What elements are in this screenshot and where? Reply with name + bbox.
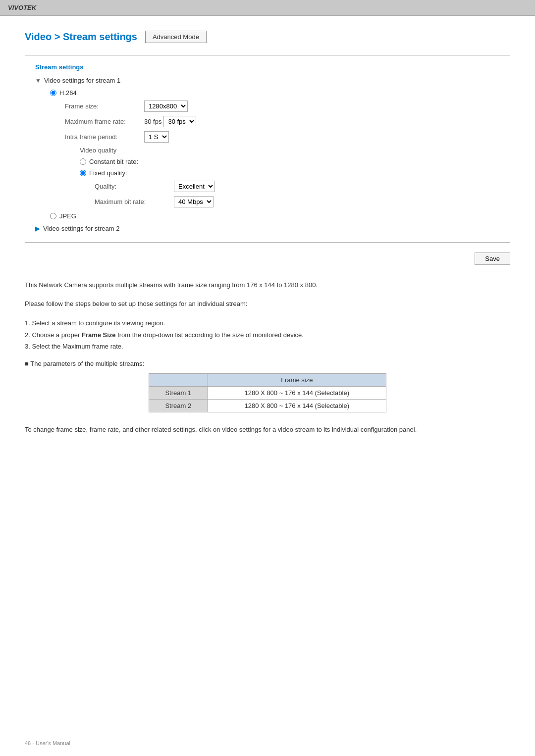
fixed-quality-label: Fixed quality: [89,169,127,177]
steps-intro: Please follow the steps below to set up … [25,299,510,309]
table-col-frame-size: Frame size [208,374,386,387]
bullet-header: ■ The parameters of the multiple streams… [25,360,510,367]
constant-bit-rate-radio[interactable] [80,158,86,165]
save-button[interactable]: Save [475,252,510,265]
quality-row: Quality: Excellent [95,181,500,192]
step2: 2. Choose a proper Frame Size from the d… [25,329,510,341]
stream2-header[interactable]: ▶ Video settings for stream 2 [35,225,500,232]
max-bit-rate-label: Maximum bit rate: [95,198,174,205]
intra-frame-period-select[interactable]: 1 S [144,131,169,143]
stream2-label: Video settings for stream 2 [43,225,119,232]
jpeg-radio-row[interactable]: JPEG [50,212,500,220]
stream2-expand-icon: ▶ [35,225,40,232]
fixed-quality-row[interactable]: Fixed quality: [80,169,500,177]
frame-size-label: Frame size: [65,102,144,110]
max-frame-rate-select[interactable]: 30 fps [163,116,196,127]
streams-table-wrapper: Frame size Stream 11280 X 800 ~ 176 x 14… [149,373,386,412]
quality-label: Quality: [95,183,174,190]
description-line1: This Network Camera supports multiple st… [25,280,510,291]
streams-table: Frame size Stream 11280 X 800 ~ 176 x 14… [149,373,386,412]
step3: 3. Select the Maximum frame rate. [25,341,510,352]
constant-bit-rate-row[interactable]: Constant bit rate: [80,158,500,165]
frame-size-row: Frame size: 1280x800 [65,101,500,112]
frame-size-select[interactable]: 1280x800 [144,101,188,112]
table-stream-label: Stream 1 [149,387,208,400]
bottom-text: To change frame size, frame rate, and ot… [25,424,510,435]
steps-list: 1. Select a stream to configure its view… [25,317,510,352]
stream-settings-title: Stream settings [35,63,500,71]
quality-control[interactable]: Excellent [174,181,215,192]
max-bit-rate-control[interactable]: 40 Mbps [174,196,214,207]
step1: 1. Select a stream to configure its view… [25,317,510,329]
table-col-empty [149,374,208,387]
footer-text: 46 - User's Manual [25,740,70,746]
video-quality-section-label: Video quality [80,147,500,154]
quality-select[interactable]: Excellent [174,181,215,192]
stream-settings-panel: Stream settings ▼ Video settings for str… [25,55,510,243]
table-frame-size-cell: 1280 X 800 ~ 176 x 144 (Selectable) [208,400,386,412]
jpeg-label: JPEG [59,212,76,220]
stream1-label: Video settings for stream 1 [44,77,120,84]
brand-label: VIVOTEK [8,4,36,11]
max-bit-rate-row: Maximum bit rate: 40 Mbps [95,196,500,207]
intra-frame-period-control[interactable]: 1 S [144,131,169,143]
stream1-collapse-icon: ▼ [35,77,41,84]
table-frame-size-cell: 1280 X 800 ~ 176 x 144 (Selectable) [208,387,386,400]
advanced-mode-button[interactable]: Advanced Mode [145,31,207,43]
save-row: Save [25,252,510,265]
fixed-quality-radio[interactable] [80,170,86,176]
intra-frame-period-row: Intra frame period: 1 S [65,131,500,143]
stream1-header[interactable]: ▼ Video settings for stream 1 [35,77,500,84]
frame-size-control[interactable]: 1280x800 [144,101,188,112]
page-title: Video > Stream settings [25,31,137,43]
h264-radio-row[interactable]: H.264 [50,89,500,97]
h264-label: H.264 [59,89,77,97]
page-header: Video > Stream settings Advanced Mode [25,31,510,43]
max-frame-rate-control[interactable]: 30 fps 30 fps [144,116,196,127]
h264-radio[interactable] [50,90,56,96]
intra-frame-period-label: Intra frame period: [65,133,144,141]
table-stream-label: Stream 2 [149,400,208,412]
jpeg-radio[interactable] [50,213,56,219]
max-frame-rate-label: Maximum frame rate: [65,118,144,125]
max-bit-rate-select[interactable]: 40 Mbps [174,196,214,207]
max-frame-rate-row: Maximum frame rate: 30 fps 30 fps [65,116,500,127]
max-frame-rate-value: 30 fps [144,118,161,125]
constant-bit-rate-label: Constant bit rate: [89,158,138,165]
